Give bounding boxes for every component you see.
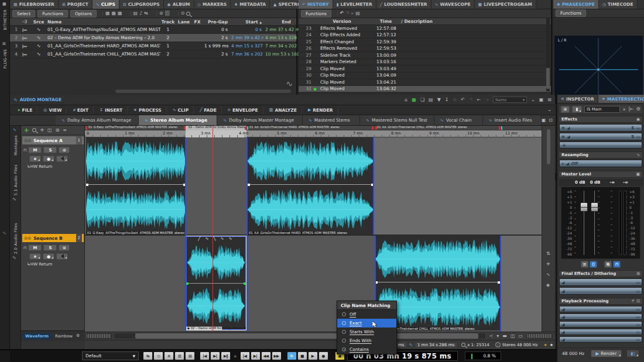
master-level-header[interactable]: Master Level▣ — [559, 171, 643, 178]
tab-phasescope[interactable]: ✚PHASESCOPE — [553, 0, 599, 9]
playback-monitor-button[interactable]: ▤ — [185, 351, 195, 360]
col-track[interactable]: Track — [160, 19, 176, 25]
add-effect-button[interactable]: ＋ — [559, 142, 642, 149]
play-clip-icon[interactable]: ‖▸▸ — [18, 36, 32, 40]
playback-skip-button[interactable]: ▥ — [174, 351, 184, 360]
track-menu-icon[interactable]: ≡ — [63, 128, 67, 133]
undo-icon[interactable]: ↶ — [461, 98, 465, 102]
lock-icon[interactable]: ⊓ — [23, 246, 26, 250]
waveform-left[interactable] — [375, 239, 500, 280]
tab-list-icon[interactable]: ▣ — [542, 118, 546, 123]
waveform-left[interactable] — [248, 140, 374, 182]
play-to-cursor-button[interactable]: ▶| — [210, 351, 220, 360]
volume-envelope[interactable] — [86, 184, 186, 185]
go-start-button[interactable]: |◀ — [240, 351, 250, 360]
envelope-tool-icon[interactable]: ∿ — [205, 236, 208, 243]
tab-markers[interactable]: ◇MARKERS — [194, 0, 231, 9]
tab-album[interactable]: ◉ALBUM — [164, 0, 194, 9]
meter-options-icon[interactable]: ▣ — [636, 172, 640, 177]
pre-roll-button[interactable]: ∩ — [164, 351, 174, 360]
tab-loudnessmeter[interactable]: ╱LOUDNESSMETER — [376, 0, 431, 9]
side-tab-20-audio[interactable]: 2.0 Audio Files — [13, 223, 18, 254]
peak-right[interactable]: -∞ — [623, 180, 628, 185]
play-selection-button[interactable]: ▶‖ — [221, 351, 231, 360]
layout-icon[interactable]: ⊞ — [547, 98, 551, 102]
redo-icon[interactable]: ↷ — [469, 98, 473, 102]
clip-girls-hard[interactable]: 01_AA_GirlsOnTheInternet HARD_ATMOS ADM … — [248, 137, 374, 235]
magnet-icon[interactable]: ◈ — [546, 283, 550, 288]
clip-marker[interactable] — [85, 126, 87, 130]
cpu-load-meter[interactable]: 0.8 % — [465, 351, 501, 360]
playback-monitor-icon[interactable]: ⊡ — [636, 299, 640, 304]
tab-levelmeter[interactable]: ▮LEVELMETER — [333, 0, 376, 9]
monitor-mic-button[interactable]: ▮ — [572, 106, 582, 113]
slot-bypass-icon[interactable]: ▭ — [636, 280, 640, 285]
audio-icon[interactable]: ♪ — [139, 11, 142, 16]
clip-row[interactable]: 3‖▸▸∿ 01_AA_GirlsOnTheInternet HARD_ATMO… — [10, 42, 296, 50]
clip-marker[interactable] — [247, 126, 248, 130]
select-menu[interactable]: Select — [12, 10, 35, 18]
slot-solo-icon[interactable]: S — [631, 126, 634, 130]
record-button[interactable]: ● — [318, 351, 328, 360]
dropdown-icon[interactable]: ▾ — [496, 334, 499, 339]
slot-bypass-icon[interactable]: ▭ — [636, 322, 640, 327]
home-icon[interactable]: ⌂ — [405, 98, 407, 102]
zoom-track-icon[interactable] — [32, 128, 36, 132]
menu-view[interactable]: ◎VIEW — [39, 106, 67, 114]
col-name[interactable]: Name — [46, 19, 160, 25]
stop-button[interactable]: ■ — [297, 351, 307, 360]
view-tab-rainbow[interactable]: Rainbow — [53, 333, 75, 340]
timeline-vscrollbar[interactable] — [547, 129, 550, 164]
effect-slot-2[interactable]: ≡◢S▭ — [559, 133, 642, 140]
effects-button[interactable]: ∗ — [29, 253, 41, 260]
nav-forward-icon[interactable]: → — [485, 98, 489, 102]
history-row[interactable]: 24Clip Effects Added12:57:12 — [299, 32, 551, 39]
forward-button[interactable]: ▶▶ — [272, 351, 282, 360]
nav-back-icon[interactable]: ← — [477, 98, 481, 102]
final-effects-header[interactable]: Final Effects / Dithering⊞ — [559, 270, 643, 277]
col-pregap[interactable]: Pre-Gap — [203, 19, 229, 25]
effects-section-header[interactable]: Effects◉ — [559, 116, 643, 123]
menu-item-starts-with[interactable]: Starts With — [337, 327, 396, 336]
snap-grid-icon[interactable]: ▦ — [412, 98, 416, 102]
grid-small-icon[interactable]: ▦ — [105, 11, 110, 16]
track-lane-1[interactable]: 01_G-Eazy_AllTheThingsYouSaid_ATMOS ADM … — [85, 137, 542, 235]
mute-button[interactable]: M — [28, 244, 42, 251]
resampling-icon[interactable]: ∿ — [636, 153, 640, 157]
col-lane[interactable]: Lane — [176, 19, 192, 25]
sidebar-tab-bitmeter[interactable]: BITMETER — [3, 9, 8, 30]
clip-marker[interactable] — [245, 126, 246, 130]
playback-processing-header[interactable]: Playback Processing↱⊡ — [559, 298, 643, 305]
monitor-a-icon[interactable]: ▬ — [502, 334, 507, 339]
master-fader-right[interactable] — [591, 202, 598, 212]
slot-solo-icon[interactable]: S — [631, 135, 634, 139]
col-srce[interactable]: Srce — [32, 19, 46, 25]
menu-fade[interactable]: ╱FADE — [195, 106, 222, 114]
clip-row-selected[interactable]: 2‖▸▸∿ 02 – Demo ADM for Dolby Atmos Mast… — [10, 34, 296, 42]
peak-left[interactable]: -∞ — [609, 180, 615, 185]
doc-tab[interactable]: ∿Mastered Stems Null Test — [360, 115, 434, 125]
tab-timecode[interactable]: ◷TIMECODE — [599, 0, 638, 9]
tab-clips[interactable]: ∿CLIPS — [93, 0, 119, 9]
waveform-right[interactable] — [187, 288, 245, 324]
tab-clipgroups[interactable]: ⊟CLIPGROUPS — [119, 0, 164, 9]
new-file-icon[interactable]: ❏ — [420, 98, 424, 102]
timeline-hscrollbar[interactable] — [114, 333, 485, 339]
grid-medium-icon[interactable]: ▦ — [111, 11, 116, 16]
filter-icon[interactable]: ⌄ — [531, 98, 535, 102]
col-start[interactable]: Start ▲ — [229, 19, 263, 25]
mute-button[interactable]: M — [28, 147, 42, 153]
tab-metadata[interactable]: ♦METADATA — [231, 0, 270, 9]
wave-tool-icon[interactable]: ∿ — [221, 236, 224, 243]
tab-livespectrogram[interactable]: ▦LIVESPECTROGRAM — [475, 0, 536, 9]
col-end[interactable]: End — [263, 19, 293, 25]
track-height-icon[interactable]: ✛ — [40, 128, 44, 133]
functions-menu[interactable]: Functions — [301, 10, 331, 18]
zoom-ratio-value[interactable]: x 1: 25314 — [467, 343, 489, 347]
meter-hold-button[interactable]: ⬯ — [590, 261, 597, 268]
redo-icon[interactable]: ↷ — [346, 11, 350, 16]
final-effect-slot-2[interactable]: ◢▭ — [559, 287, 642, 295]
render-button[interactable]: ▶Render — [591, 350, 622, 357]
reset-icon[interactable]: |← — [628, 107, 633, 112]
zoom-slider-vertical[interactable] — [527, 333, 553, 339]
